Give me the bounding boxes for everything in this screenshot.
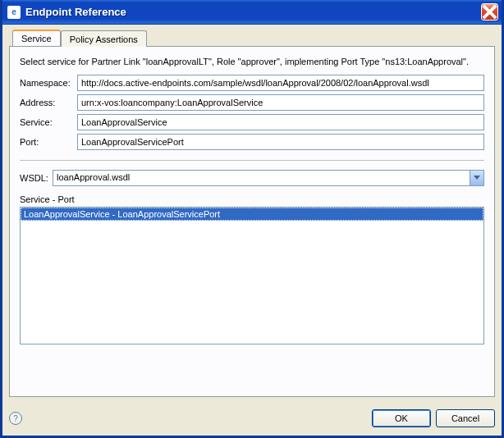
tab-service[interactable]: Service [12, 30, 61, 46]
tab-strip: Service Policy Assertions [12, 30, 495, 46]
service-label: Service: [20, 117, 77, 127]
instruction-text: Select service for Partner Link "loanApp… [20, 57, 484, 66]
cancel-button[interactable]: Cancel [436, 409, 495, 427]
namespace-label: Namespace: [20, 78, 77, 88]
address-row: Address: [20, 94, 484, 111]
port-row: Port: [20, 134, 484, 150]
ok-button[interactable]: OK [372, 409, 431, 427]
service-row: Service: [20, 114, 484, 130]
list-item[interactable]: LoanApprovalService - LoanApprovalServic… [21, 208, 483, 221]
titlebar: e Endpoint Reference [2, 0, 502, 25]
close-button[interactable] [481, 3, 498, 21]
dialog-content: Service Policy Assertions Select service… [2, 25, 502, 436]
dialog-window: e Endpoint Reference Service Policy Asse… [0, 0, 504, 438]
wsdl-combo-button[interactable] [470, 171, 483, 185]
namespace-input[interactable] [77, 75, 484, 91]
help-button[interactable]: ? [9, 412, 22, 425]
wsdl-label: WSDL: [20, 173, 53, 183]
service-port-label: Service - Port [20, 194, 484, 204]
tab-area: Service Policy Assertions Select service… [9, 30, 495, 399]
service-input[interactable] [77, 114, 484, 130]
wsdl-combo[interactable]: loanApproval.wsdl [53, 170, 484, 186]
port-input[interactable] [77, 134, 484, 150]
app-icon: e [7, 6, 21, 19]
address-label: Address: [20, 98, 77, 107]
window-title: Endpoint Reference [25, 6, 481, 18]
tab-policy-assertions[interactable]: Policy Assertions [61, 30, 147, 47]
namespace-row: Namespace: [20, 75, 484, 91]
help-icon: ? [13, 414, 18, 423]
wsdl-row: WSDL: loanApproval.wsdl [20, 170, 484, 186]
address-input[interactable] [77, 94, 484, 111]
close-icon [482, 4, 497, 20]
chevron-down-icon [474, 176, 480, 180]
divider [20, 160, 484, 162]
wsdl-combo-text: loanApproval.wsdl [53, 171, 470, 185]
service-port-listbox[interactable]: LoanApprovalService - LoanApprovalServic… [20, 207, 484, 344]
port-label: Port: [20, 137, 77, 147]
tab-panel-service: Select service for Partner Link "loanApp… [9, 46, 495, 397]
dialog-footer: ? OK Cancel [9, 409, 495, 427]
